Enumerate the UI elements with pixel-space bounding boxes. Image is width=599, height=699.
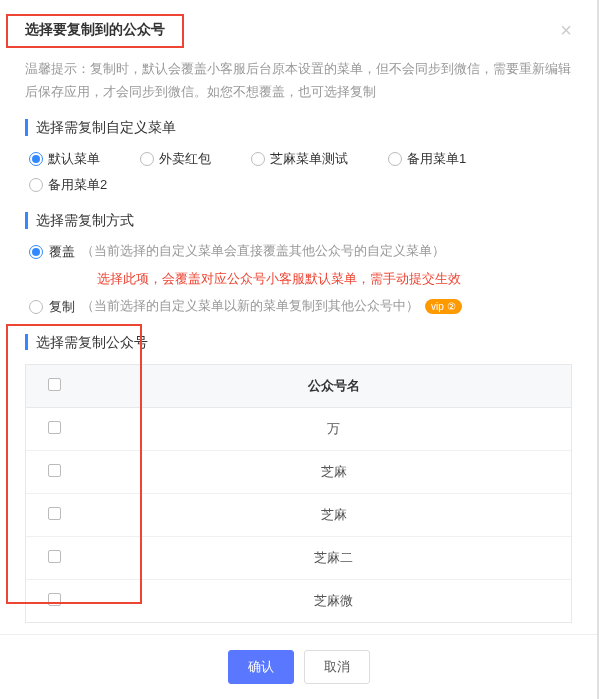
method-warning: 选择此项，会覆盖对应公众号小客服默认菜单，需手动提交生效 xyxy=(97,271,572,288)
row-checkbox[interactable] xyxy=(48,593,61,606)
section-menu-title: 选择需复制自定义菜单 xyxy=(25,119,572,136)
account-name-cell: 芝麻 xyxy=(96,451,571,494)
confirm-button[interactable]: 确认 xyxy=(228,650,294,684)
column-header-name: 公众号名 xyxy=(96,365,571,408)
method-desc: （当前选择的自定义菜单会直接覆盖其他公众号的自定义菜单） xyxy=(81,243,445,260)
vip-badge: vip ② xyxy=(425,299,462,314)
table-row: 芝麻二 xyxy=(26,537,571,580)
close-icon[interactable]: × xyxy=(560,20,572,40)
menu-radio-option[interactable]: 备用菜单1 xyxy=(388,150,466,168)
cancel-button[interactable]: 取消 xyxy=(304,650,370,684)
section-accounts-title: 选择需复制公众号 xyxy=(25,334,572,351)
table-row: 芝麻微 xyxy=(26,580,571,623)
accounts-table: 公众号名 万芝麻芝麻芝麻二芝麻微 xyxy=(25,364,572,623)
table-row: 芝麻 xyxy=(26,494,571,537)
method-desc: （当前选择的自定义菜单以新的菜单复制到其他公众号中） xyxy=(81,298,419,315)
account-name-cell: 芝麻微 xyxy=(96,580,571,623)
menu-radio-option[interactable]: 芝麻菜单测试 xyxy=(251,150,348,168)
section-method-title: 选择需复制方式 xyxy=(25,212,572,229)
method-label: 复制 xyxy=(49,298,75,316)
row-checkbox[interactable] xyxy=(48,421,61,434)
dialog-title: 选择要复制到的公众号 xyxy=(25,21,165,39)
method-option-copy[interactable]: 复制 （当前选择的自定义菜单以新的菜单复制到其他公众号中） vip ② xyxy=(29,298,572,316)
hint-text: 温馨提示：复制时，默认会覆盖小客服后台原本设置的菜单，但不会同步到微信，需要重新… xyxy=(25,58,572,103)
menu-radio-option[interactable]: 默认菜单 xyxy=(29,150,100,168)
menu-radio-label: 备用菜单1 xyxy=(407,150,466,168)
menu-radio-label: 默认菜单 xyxy=(48,150,100,168)
table-row: 芝麻 xyxy=(26,451,571,494)
account-name-cell: 芝麻 xyxy=(96,494,571,537)
select-all-checkbox[interactable] xyxy=(48,378,61,391)
menu-radio-option[interactable]: 外卖红包 xyxy=(140,150,211,168)
account-name-cell: 万 xyxy=(96,408,571,451)
row-checkbox[interactable] xyxy=(48,464,61,477)
method-option-overwrite[interactable]: 覆盖 （当前选择的自定义菜单会直接覆盖其他公众号的自定义菜单） xyxy=(29,243,572,261)
table-row: 万 xyxy=(26,408,571,451)
method-label: 覆盖 xyxy=(49,243,75,261)
account-name-cell: 芝麻二 xyxy=(96,537,571,580)
menu-radio-label: 外卖红包 xyxy=(159,150,211,168)
row-checkbox[interactable] xyxy=(48,550,61,563)
menu-radio-option[interactable]: 备用菜单2 xyxy=(29,176,107,194)
row-checkbox[interactable] xyxy=(48,507,61,520)
menu-radio-label: 芝麻菜单测试 xyxy=(270,150,348,168)
menu-radio-label: 备用菜单2 xyxy=(48,176,107,194)
